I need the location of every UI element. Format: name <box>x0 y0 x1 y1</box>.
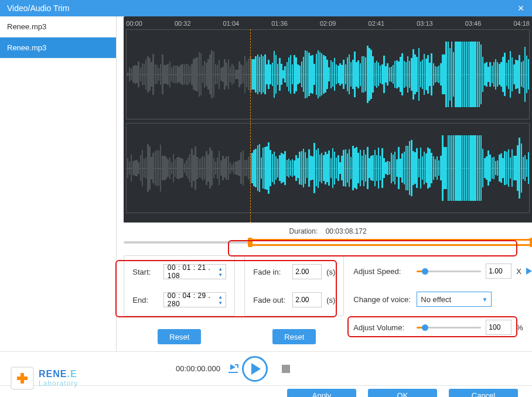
waveform-area[interactable] <box>124 29 532 223</box>
logo-subtext: Laboratory <box>39 380 78 387</box>
spin-up-icon[interactable]: ▲ <box>216 294 224 300</box>
selection-start-line[interactable] <box>250 29 251 223</box>
spin-up-icon[interactable]: ▲ <box>216 266 224 272</box>
footer-bar: Apply OK Cancel <box>0 385 532 397</box>
speed-unit: X <box>516 267 521 276</box>
end-input[interactable]: 00 : 04 : 29 . 280 ▲▼ <box>163 292 227 307</box>
reset-trim-button[interactable]: Reset <box>158 329 201 344</box>
speed-slider[interactable] <box>417 267 481 275</box>
reset-fade-button[interactable]: Reset <box>272 329 316 344</box>
fadein-input[interactable] <box>292 264 322 279</box>
start-input[interactable]: 00 : 01 : 21 . 108 ▲▼ <box>163 264 227 279</box>
apply-button[interactable]: Apply <box>287 389 356 398</box>
chevron-down-icon: ▼ <box>482 296 487 303</box>
waveform-channel-left <box>126 29 530 119</box>
tick: 00:00 <box>126 20 142 29</box>
fade-unit: (s) <box>326 268 335 276</box>
tick: 02:09 <box>320 20 336 29</box>
tick: 03:46 <box>465 20 482 29</box>
sidebar-item-1[interactable]: Renee.mp3 <box>0 37 116 59</box>
trim-handle-start[interactable] <box>248 238 253 247</box>
titlebar: Video/Audio Trim × <box>0 0 532 16</box>
close-icon[interactable]: × <box>514 2 527 15</box>
preview-speed-icon[interactable] <box>526 268 532 275</box>
volume-input[interactable] <box>486 320 511 335</box>
speed-input[interactable] <box>486 263 511 279</box>
voice-select[interactable]: No effect ▼ <box>417 292 492 307</box>
ok-button[interactable]: OK <box>368 389 437 398</box>
duration-value: 00:03:08.172 <box>326 227 367 235</box>
start-label: Start: <box>132 268 158 276</box>
volume-unit: % <box>516 323 523 332</box>
fadeout-input[interactable] <box>292 292 322 307</box>
cancel-button[interactable]: Cancel <box>449 389 518 398</box>
end-value: 00 : 04 : 29 . 280 <box>168 292 217 308</box>
end-label: End: <box>132 296 158 304</box>
stop-button[interactable] <box>282 365 290 373</box>
playback-time: 00:00:00.000 <box>176 364 220 373</box>
playback-bar: 00:00:00.000 <box>0 351 532 385</box>
volume-slider[interactable] <box>417 323 481 331</box>
sidebar-item-label: Renee.mp3 <box>7 22 46 31</box>
tick: 04:18 <box>513 20 530 29</box>
fade-group: Fade in: (s) Fade out: (s) <box>244 255 344 316</box>
tick: 02:41 <box>369 20 385 29</box>
waveform-timeline: 00:00 00:32 01:04 01:36 02:09 02:41 03:1… <box>124 16 532 29</box>
spin-down-icon[interactable]: ▼ <box>216 272 224 278</box>
trim-handle-end[interactable] <box>530 238 532 247</box>
fade-unit: (s) <box>326 296 335 304</box>
tick: 01:36 <box>271 20 288 29</box>
sidebar: Renee.mp3 Renee.mp3 <box>0 16 117 351</box>
logo-text-a: RENE <box>39 369 67 379</box>
waveform-channel-right <box>126 123 530 213</box>
window-title: Video/Audio Trim <box>7 4 69 13</box>
trim-time-group: Start: 00 : 01 : 21 . 108 ▲▼ End: 00 : 0… <box>124 255 235 316</box>
brand-logo: RENE.E Laboratory <box>11 367 78 390</box>
export-icon[interactable] <box>229 365 238 373</box>
trim-slider[interactable] <box>124 238 532 247</box>
logo-badge-icon <box>11 367 34 390</box>
tick: 03:13 <box>417 20 433 29</box>
main-panel: 00:00 00:32 01:04 01:36 02:09 02:41 03:1… <box>117 16 532 351</box>
sidebar-item-0[interactable]: Renee.mp3 <box>0 16 116 37</box>
voice-label: Change of voice: <box>353 295 412 304</box>
play-icon <box>251 363 261 375</box>
spin-down-icon[interactable]: ▼ <box>216 300 224 306</box>
sidebar-item-label: Renee.mp3 <box>7 43 46 52</box>
logo-text-b: .E <box>67 369 77 379</box>
fadein-label: Fade in: <box>253 268 288 276</box>
play-button[interactable] <box>242 356 268 382</box>
duration-display: Duration: 00:03:08.172 <box>124 227 532 235</box>
tick: 00:32 <box>175 20 191 29</box>
volume-label: Adjust Volume: <box>353 323 412 332</box>
duration-label: Duration: <box>289 227 318 235</box>
start-value: 00 : 01 : 21 . 108 <box>168 263 217 280</box>
tick: 01:04 <box>223 20 240 29</box>
controls-area: Start: 00 : 01 : 21 . 108 ▲▼ End: 00 : 0… <box>124 255 532 344</box>
fadeout-label: Fade out: <box>253 296 288 304</box>
voice-value: No effect <box>421 295 451 304</box>
speed-label: Adjust Speed: <box>353 267 412 276</box>
